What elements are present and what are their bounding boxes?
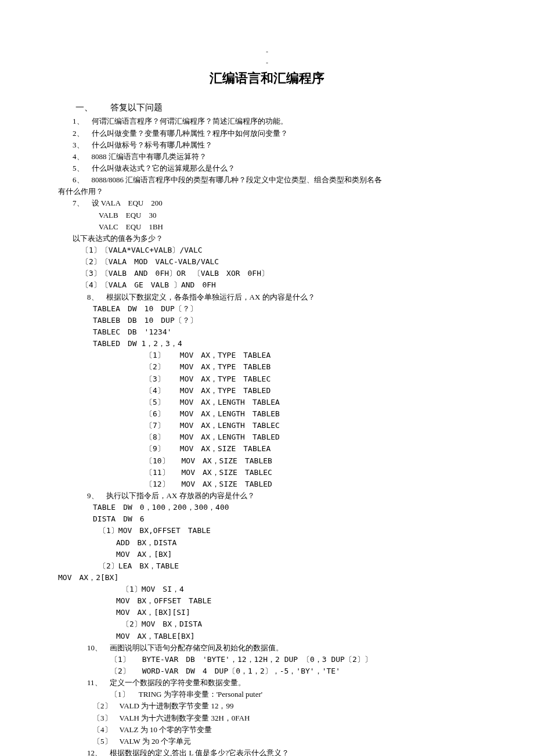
tablec: TABLEC DB '1234' — [93, 326, 493, 338]
instr-12: 〔12〕 MOV AX，SIZE TABLED — [145, 478, 493, 490]
instr-6: 〔6〕 MOV AX，LENGTH TABLEB — [145, 408, 493, 420]
instr-2: 〔2〕 MOV AX，TYPE TABLEB — [145, 361, 493, 373]
expr-4: 〔4〕〔VALA GE VALB 〕AND 0FH — [81, 279, 493, 291]
q11-1: 〔1〕 TRING 为字符串变量：'Personal puter' — [110, 689, 493, 700]
expr-1: 〔1〕〔VALA*VALC+VALB〕/VALC — [81, 244, 493, 256]
q9-a2: MOV BX，OFFSET TABLE — [116, 595, 493, 607]
question-9: 9、 执行以下指令后，AX 存放器的内容是什么？ — [87, 490, 493, 502]
q11-3: 〔3〕 VALH 为十六进制数字变量 32H，0FAH — [93, 712, 493, 724]
question-6b: 有什么作用？ — [58, 186, 493, 197]
question-8: 8、 根据以下数据定义，各条指令单独运行后，AX 的内容是什么？ — [87, 291, 493, 303]
tableb: TABLEB DB 10 DUP〔？〕 — [93, 315, 493, 326]
q11-5: 〔5〕 VALW 为 20 个字单元 — [93, 736, 493, 747]
header-dash2: - — [41, 57, 493, 67]
instr-9: 〔9〕 MOV AX，SIZE TABLEA — [145, 443, 493, 455]
instr-8: 〔8〕 MOV AX，LENGTH TABLED — [145, 431, 493, 443]
q9-a1: 〔1〕MOV SI，4 — [122, 584, 493, 595]
question-3: 3、 什么叫做标号？标号有哪几种属性？ — [73, 139, 493, 151]
tablea: TABLEA DW 10 DUP〔？〕 — [93, 303, 493, 315]
question-2: 2、 什么叫做变量？变量有哪几种属性？程序中如何放问变量？ — [73, 128, 493, 139]
header-dash1: - — [41, 46, 493, 56]
section-heading: 一、 答复以下问题 — [75, 101, 493, 114]
instr-4: 〔4〕 MOV AX，TYPE TABLED — [145, 385, 493, 397]
question-12: 12、 根据数据段的定义,答出 L 值是多少?它表示什么意义？ — [87, 747, 493, 756]
q9-2: 〔2〕LEA BX，TABLE — [99, 560, 493, 572]
q10-1: 〔1〕 BYTE-VAR DB 'BYTE'，12，12H，2 DUP 〔0，3… — [110, 654, 493, 665]
question-7d: 以下表达式的值各为多少？ — [73, 233, 493, 244]
question-7b: VALB EQU 30 — [99, 210, 493, 221]
q9-a4: 〔2〕MOV BX，DISTA — [122, 618, 493, 630]
q11-4: 〔4〕 VALZ 为 10 个零的字节变量 — [93, 724, 493, 736]
q9-2b: MOV AX，2[BX] — [58, 572, 493, 584]
instr-11: 〔11〕 MOV AX，SIZE TABLEC — [145, 467, 493, 478]
question-7: 7、 设 VALA EQU 200 — [73, 197, 493, 209]
question-5: 5、 什么叫做表达式？它的运算规那么是什么？ — [73, 163, 493, 174]
document-page: - - 汇编语言和汇编程序 一、 答复以下问题 1、 何谓汇编语言程序？何谓汇编… — [0, 0, 534, 756]
instr-5: 〔5〕 MOV AX，LENGTH TABLEA — [145, 397, 493, 408]
instr-10: 〔10〕 MOV AX，SIZE TABLEB — [145, 455, 493, 467]
q9-a5: MOV AX，TABLE[BX] — [116, 631, 493, 642]
question-11: 11、 定义一个数据段的字符变量和数据变量。 — [87, 677, 493, 689]
expr-3: 〔3〕〔VALB AND 0FH〕OR 〔VALB XOR 0FH〕 — [81, 268, 493, 279]
q9-1b: ADD BX，DISTA — [116, 537, 493, 549]
q10-2: 〔2〕 WORD-VAR DW 4 DUP〔0，1，2〕，-5，'BY'，'TE… — [110, 665, 493, 677]
q9-table: TABLE DW 0，100，200，300，400 — [93, 502, 493, 513]
q9-1c: MOV AX，[BX] — [116, 549, 493, 560]
document-title: 汇编语言和汇编程序 — [41, 69, 493, 88]
question-10: 10、 画图说明以下语句分配存储空间及初始化的数据值。 — [87, 642, 493, 654]
instr-3: 〔3〕 MOV AX，TYPE TABLEC — [145, 373, 493, 385]
question-6: 6、 8088/8086 汇编语言程序中段的类型有哪几种？段定义中定位类型、组合… — [73, 174, 493, 186]
q11-2: 〔2〕 VALD 为十进制数字节变量 12，99 — [93, 700, 493, 712]
question-7c: VALC EQU 1BH — [99, 221, 493, 233]
instr-7: 〔7〕 MOV AX，LENGTH TABLEC — [145, 420, 493, 431]
q9-a3: MOV AX，[BX][SI] — [116, 607, 493, 618]
question-1: 1、 何谓汇编语言程序？何谓汇编程序？简述汇编程序的功能。 — [73, 116, 493, 127]
instr-1: 〔1〕 MOV AX，TYPE TABLEA — [145, 350, 493, 361]
tabled: TABLED DW 1，2，3，4 — [93, 338, 493, 350]
expr-2: 〔2〕〔VALA MOD VALC-VALB/VALC — [81, 256, 493, 268]
q9-dista: DISTA DW 6 — [93, 513, 493, 525]
question-4: 4、 8088 汇编语言中有哪几类运算符？ — [73, 151, 493, 163]
q9-1: 〔1〕MOV BX,OFFSET TABLE — [99, 525, 493, 537]
